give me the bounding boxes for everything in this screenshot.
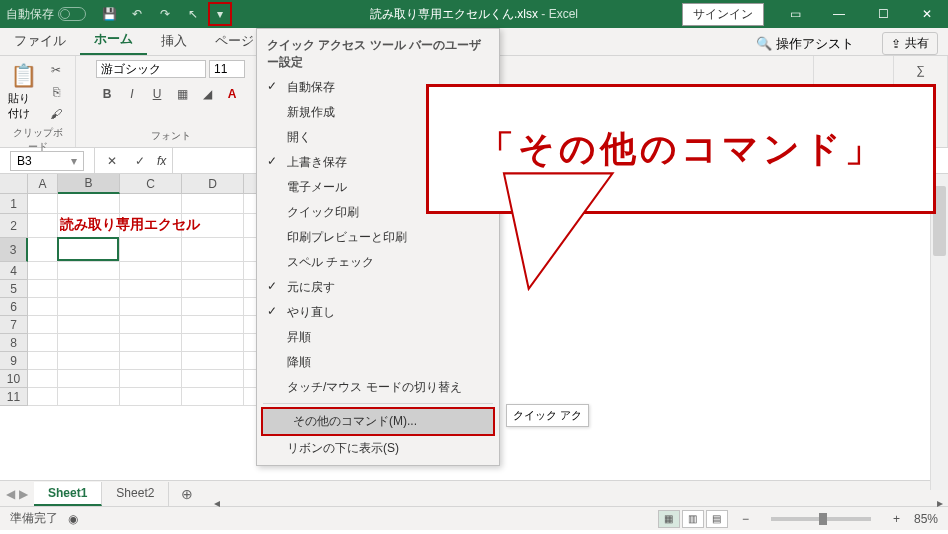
cancel-icon[interactable]: ✕ (101, 151, 123, 171)
pointer-icon[interactable]: ↖ (180, 2, 206, 26)
zoom-level[interactable]: 85% (914, 512, 938, 526)
redo-icon[interactable]: ↷ (152, 2, 178, 26)
cell[interactable] (182, 334, 244, 352)
cell[interactable] (120, 370, 182, 388)
tab-挿入[interactable]: 挿入 (147, 27, 201, 55)
cell[interactable] (28, 352, 58, 370)
bold-icon[interactable]: B (96, 84, 118, 104)
font-color-icon[interactable]: A (221, 84, 243, 104)
sheet-tab[interactable]: Sheet2 (102, 482, 169, 506)
copy-icon[interactable]: ⎘ (45, 82, 67, 102)
normal-view-button[interactable]: ▦ (658, 510, 680, 528)
menu-item-show-below-ribbon[interactable]: リボンの下に表示(S) (257, 436, 499, 461)
add-sheet-button[interactable]: ⊕ (169, 486, 205, 502)
maximize-button[interactable]: ☐ (862, 0, 904, 28)
cell[interactable] (182, 370, 244, 388)
cell[interactable] (28, 298, 58, 316)
column-header[interactable]: B (58, 174, 120, 194)
column-header[interactable]: C (120, 174, 182, 194)
cell[interactable] (28, 262, 58, 280)
cell[interactable] (58, 388, 120, 406)
cell[interactable] (182, 194, 244, 214)
row-header[interactable]: 5 (0, 280, 28, 298)
cell[interactable] (120, 238, 182, 262)
share-button[interactable]: ⇪ 共有 (882, 32, 938, 55)
cell[interactable] (120, 194, 182, 214)
enter-icon[interactable]: ✓ (129, 151, 151, 171)
autosum-icon[interactable]: ∑ (910, 60, 932, 80)
minimize-button[interactable]: — (818, 0, 860, 28)
cell[interactable] (58, 238, 120, 262)
select-all-cell[interactable] (0, 174, 28, 194)
row-header[interactable]: 8 (0, 334, 28, 352)
cut-icon[interactable]: ✂ (45, 60, 67, 80)
border-icon[interactable]: ▦ (171, 84, 193, 104)
tab-ホーム[interactable]: ホーム (80, 25, 147, 55)
row-header[interactable]: 9 (0, 352, 28, 370)
cell[interactable] (58, 280, 120, 298)
cell[interactable] (182, 352, 244, 370)
cell[interactable] (182, 316, 244, 334)
autosave-toggle[interactable]: 自動保存 (0, 6, 92, 23)
row-header[interactable]: 11 (0, 388, 28, 406)
signin-button[interactable]: サインイン (682, 3, 764, 26)
sheet-nav[interactable]: ◀▶ (0, 487, 34, 501)
tell-me[interactable]: 操作アシスト (776, 35, 854, 53)
column-header[interactable]: D (182, 174, 244, 194)
row-header[interactable]: 6 (0, 298, 28, 316)
cell[interactable] (28, 214, 58, 238)
menu-item[interactable]: タッチ/マウス モードの切り替え (257, 375, 499, 400)
row-header[interactable]: 4 (0, 262, 28, 280)
cell[interactable] (120, 280, 182, 298)
undo-icon[interactable]: ↶ (124, 2, 150, 26)
cell[interactable] (58, 352, 120, 370)
cell[interactable] (120, 388, 182, 406)
cell[interactable] (28, 238, 58, 262)
cell[interactable] (58, 316, 120, 334)
cell[interactable] (28, 280, 58, 298)
menu-item[interactable]: 降順 (257, 350, 499, 375)
italic-icon[interactable]: I (121, 84, 143, 104)
menu-item[interactable]: 昇順 (257, 325, 499, 350)
paste-icon[interactable]: 📋 (10, 63, 37, 89)
cell[interactable] (120, 352, 182, 370)
fill-color-icon[interactable]: ◢ (196, 84, 218, 104)
cell[interactable] (28, 370, 58, 388)
cell[interactable] (28, 388, 58, 406)
row-header[interactable]: 1 (0, 194, 28, 214)
cell[interactable] (58, 370, 120, 388)
menu-item-more-commands[interactable]: その他のコマンド(M)... (263, 409, 493, 434)
cell[interactable] (58, 298, 120, 316)
font-size-select[interactable] (209, 60, 245, 78)
font-name-select[interactable] (96, 60, 206, 78)
cell[interactable] (120, 334, 182, 352)
cell[interactable] (28, 316, 58, 334)
zoom-in-button[interactable]: + (889, 512, 904, 526)
row-header[interactable]: 10 (0, 370, 28, 388)
zoom-slider[interactable] (771, 517, 871, 521)
macro-record-icon[interactable]: ◉ (68, 512, 78, 526)
zoom-out-button[interactable]: − (738, 512, 753, 526)
tab-ファイル[interactable]: ファイル (0, 27, 80, 55)
format-painter-icon[interactable]: 🖌 (45, 104, 67, 124)
cell[interactable] (182, 280, 244, 298)
sheet-tab[interactable]: Sheet1 (34, 482, 102, 506)
ribbon-display-icon[interactable]: ▭ (774, 0, 816, 28)
fx-icon[interactable]: fx (157, 154, 166, 168)
close-button[interactable]: ✕ (906, 0, 948, 28)
cell[interactable] (182, 298, 244, 316)
cell[interactable] (58, 262, 120, 280)
cell[interactable] (58, 334, 120, 352)
page-break-view-button[interactable]: ▤ (706, 510, 728, 528)
row-header[interactable]: 7 (0, 316, 28, 334)
page-layout-view-button[interactable]: ▥ (682, 510, 704, 528)
cell[interactable] (182, 388, 244, 406)
cell[interactable] (182, 238, 244, 262)
column-header[interactable]: A (28, 174, 58, 194)
qat-customize-dropdown[interactable]: ▾ (208, 2, 232, 26)
cell[interactable] (28, 334, 58, 352)
name-box[interactable]: B3▾ (10, 151, 84, 171)
row-header[interactable]: 2 (0, 214, 28, 238)
cell[interactable] (28, 194, 58, 214)
cell[interactable] (182, 262, 244, 280)
